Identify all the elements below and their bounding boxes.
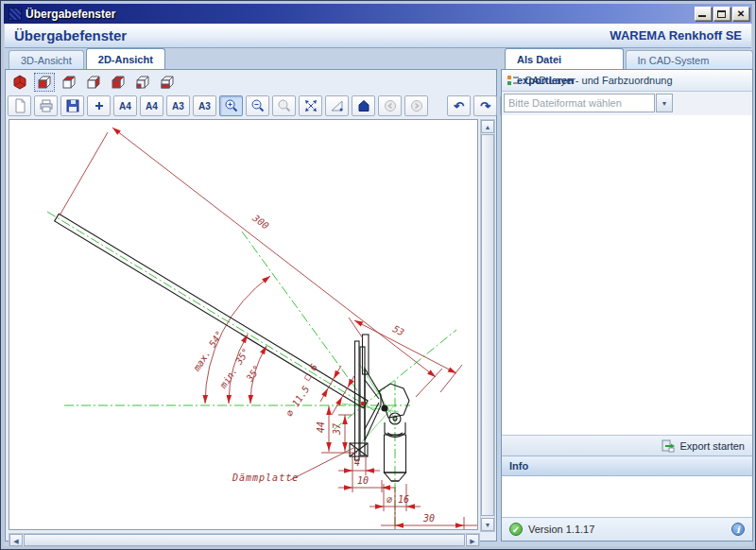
dim-10: 10 (357, 475, 369, 486)
dropdown-arrow-icon[interactable]: ▼ (656, 94, 673, 112)
add-button[interactable] (87, 95, 111, 116)
paper-a4-landscape-button[interactable]: A4 (140, 95, 163, 116)
brand-title: WAREMA Renkhoff SE (610, 28, 742, 43)
dim-dia-16: ⌀ 16 (387, 494, 409, 505)
vertical-scroll-thumb[interactable] (481, 134, 494, 516)
dim-53: 53 (391, 323, 406, 337)
previous-view-icon (383, 98, 398, 113)
projection-lines (342, 364, 399, 445)
view-pane: 3D-Ansicht 2D-Ansicht (5, 48, 497, 541)
view-corner-button[interactable] (132, 73, 153, 92)
bracket-geometry (55, 214, 409, 481)
zoom-window-icon (277, 98, 292, 113)
print-button[interactable] (34, 95, 58, 116)
view-body: A4 A4 A3 A3 (5, 69, 497, 541)
minimize-icon (698, 15, 706, 17)
view-bottom-button[interactable] (157, 73, 178, 92)
cube-iso-icon (110, 75, 127, 90)
format-select[interactable]: Bitte Dateiformat wählen (504, 94, 655, 112)
view-side-button[interactable] (83, 73, 104, 92)
rotate-left-button[interactable]: ↶ (447, 95, 471, 116)
info-section-header: Info (502, 455, 752, 476)
dim-angle-max: max. 54° (191, 329, 225, 373)
next-view-icon (409, 98, 424, 113)
measure-button[interactable] (325, 95, 349, 116)
pivot-point (361, 402, 366, 406)
close-button[interactable]: ✕ (732, 7, 749, 21)
dim-37: 37 (332, 423, 342, 436)
scroll-down-button[interactable]: ▼ (481, 518, 494, 531)
title-bar[interactable]: Übergabefenster ✕ (4, 4, 752, 24)
status-ok-icon: ✓ (509, 523, 523, 536)
new-document-button[interactable] (8, 95, 31, 116)
scroll-left-button[interactable]: ◀ (9, 534, 23, 546)
vertical-scrollbar[interactable]: ▲ ▼ (480, 119, 495, 532)
cube-bottom-icon (159, 75, 176, 90)
export-tabs: Als Datei exportieren In CAD-System einf… (501, 48, 753, 69)
horizontal-scrollbar[interactable]: ◀ ▶ (9, 533, 480, 547)
zoom-out-icon (250, 98, 266, 113)
export-pane: Als Datei exportieren In CAD-System einf… (501, 48, 753, 541)
page-title: Übergabefenster (14, 27, 127, 43)
format-select-row: Bitte Dateiformat wählen ▼ (502, 92, 752, 115)
info-header-label: Info (509, 460, 528, 472)
rotate-left-icon: ↶ (454, 100, 464, 112)
dim-square-6: □ 6 (301, 362, 319, 382)
next-view-button[interactable] (404, 95, 428, 116)
page-icon (12, 98, 27, 113)
export-start-label: Export starten (680, 440, 745, 452)
save-button[interactable] (60, 95, 84, 116)
dim-angle-min: min. 35° (217, 346, 251, 390)
triangle-icon (330, 98, 345, 113)
zoom-fit-button[interactable] (299, 95, 322, 116)
dimension-lines (60, 128, 477, 529)
view-solid-button[interactable] (9, 73, 30, 92)
home-icon (356, 98, 371, 113)
zoom-out-button[interactable] (246, 95, 269, 116)
scroll-up-button[interactable]: ▲ (481, 120, 494, 133)
export-action-bar: Export starten (502, 435, 752, 455)
previous-view-button[interactable] (378, 95, 402, 116)
maximize-icon (717, 10, 726, 18)
zoom-window-button[interactable] (272, 95, 296, 116)
status-bar: ✓ Version 1.1.17 i (502, 517, 752, 541)
view-iso-button[interactable] (108, 73, 129, 92)
horizontal-scroll-thumb[interactable] (24, 534, 465, 546)
tab-in-cad-system-einfuegen[interactable]: In CAD-System einfügen (626, 50, 753, 69)
paper-a3-portrait-button[interactable]: A3 (166, 95, 190, 116)
minimize-button[interactable] (695, 7, 712, 21)
maximize-button[interactable] (713, 7, 730, 21)
drawing-viewport[interactable]: 300 53 max. 54° min. 35° 35° □ 6 ⌀ 11.5 … (9, 119, 478, 530)
dim-44: 44 (316, 421, 326, 433)
paper-a3-landscape-button[interactable]: A3 (193, 95, 216, 116)
home-view-button[interactable] (352, 95, 375, 116)
info-content-area (502, 476, 752, 517)
dim-300: 300 (250, 212, 271, 231)
cube-top-icon (60, 75, 77, 90)
rotate-right-button[interactable]: ↷ (473, 95, 497, 116)
export-body: CAD Layer- und Farbzuordnung Bitte Datei… (501, 69, 753, 541)
cube-side-icon (85, 75, 102, 90)
tab-als-datei-exportieren[interactable]: Als Datei exportieren (505, 48, 624, 69)
tab-2d-ansicht[interactable]: 2D-Ansicht (86, 48, 165, 69)
dim-dia-11-5: ⌀ 11.5 (284, 384, 311, 418)
paper-a4-portrait-button[interactable]: A4 (113, 95, 137, 116)
cube-front-icon (36, 75, 53, 90)
view-orientation-toolbar (9, 72, 178, 93)
drawing-canvas[interactable]: 300 53 max. 54° min. 35° 35° □ 6 ⌀ 11.5 … (9, 120, 477, 529)
info-icon[interactable]: i (731, 523, 745, 536)
view-top-button[interactable] (59, 73, 79, 92)
fit-arrows-icon (303, 98, 318, 113)
zoom-in-button[interactable] (219, 95, 243, 116)
zoom-in-icon (224, 98, 239, 113)
rotate-right-icon: ↷ (480, 100, 490, 112)
tab-3d-ansicht[interactable]: 3D-Ansicht (9, 50, 84, 69)
export-start-button[interactable]: Export starten (662, 439, 745, 453)
dimension-arrows (111, 126, 464, 528)
scroll-right-button[interactable]: ▶ (466, 534, 479, 546)
dim-4: 4 (354, 457, 360, 468)
printer-icon (39, 98, 54, 113)
dim-30: 30 (422, 513, 435, 524)
view-front-button[interactable] (34, 73, 55, 92)
window-title: Übergabefenster (26, 8, 115, 21)
